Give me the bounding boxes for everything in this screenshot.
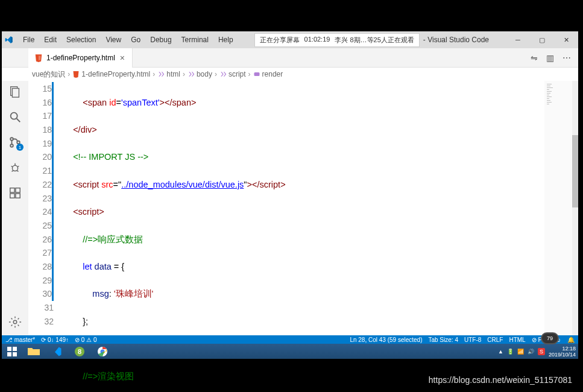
maximize-button[interactable]: ▢ [530,31,554,48]
activity-bar: 1 [2,81,28,335]
close-button[interactable]: ✕ [554,31,578,48]
search-icon[interactable] [8,110,22,124]
window-title: - Visual Studio Code [423,36,489,44]
minimize-button[interactable]: ─ [506,31,530,48]
status-branch[interactable]: ⎇ master* [5,337,35,343]
settings-gear-icon[interactable] [8,315,22,329]
svg-rect-20 [13,347,17,351]
screen-share-badge: 正在分享屏幕 01:02:19 李兴 8期…等25人正在观看 [254,33,420,47]
breadcrumb-render[interactable]: render [253,70,283,78]
status-language[interactable]: HTML [509,337,525,343]
svg-rect-2 [12,89,19,98]
tab-label: 1-defineProperty.html [46,54,115,62]
svg-rect-0 [254,72,259,76]
status-sync[interactable]: ⟳ 0↓ 149↑ [41,337,69,343]
breadcrumb-body[interactable]: body [188,70,212,78]
taskbar-file-explorer[interactable] [22,344,45,359]
html-file-icon [34,54,43,62]
svg-line-12 [12,171,14,172]
tray-icon[interactable]: 📶 [517,349,524,355]
taskbar-app-green[interactable]: 8 [68,344,91,359]
status-cursor-position[interactable]: Ln 28, Col 43 (59 selected) [350,337,422,343]
menu-go[interactable]: Go [127,33,145,46]
taskbar-vscode[interactable] [45,344,68,359]
watermark-url: https://blog.csdn.net/weixin_51157081 [429,375,572,385]
svg-point-6 [10,144,13,147]
source-control-icon[interactable]: 1 [8,135,22,150]
scrollbar-thumb[interactable] [572,135,578,207]
breadcrumbs[interactable]: vue的知识 › 1-defineProperty.html › html › … [2,68,578,81]
vertical-scrollbar[interactable] [572,81,578,335]
explorer-icon[interactable] [8,84,22,99]
menu-edit[interactable]: Edit [40,33,61,46]
svg-line-4 [17,119,20,122]
more-actions-icon[interactable]: ⋯ [563,53,571,63]
editor-tabs: 1-defineProperty.html × ⇋ ▥ ⋯ [2,48,578,68]
svg-rect-22 [13,352,17,356]
svg-rect-21 [7,352,11,356]
svg-point-18 [13,320,17,324]
status-bar: ⎇ master* ⟳ 0↓ 149↑ ⊘ 0 ⚠ 0 Ln 28, Col 4… [2,335,578,344]
line-number-gutter: 15 16 17 18 19 20 21 22 23 24 25 26 27 2… [28,81,63,335]
breadcrumb-script[interactable]: script [219,70,246,78]
tray-icon[interactable]: 🔋 [507,349,514,355]
svg-point-5 [10,138,13,141]
battery-indicator-overlay: 79 [541,332,559,344]
editor[interactable]: 15 16 17 18 19 20 21 22 23 24 25 26 27 2… [28,81,578,335]
scm-badge: 1 [16,144,24,151]
tray-icon[interactable]: ▲ [498,349,503,355]
menu-view[interactable]: View [101,33,125,46]
taskbar-clock[interactable]: 12:18 2019/10/14 [549,346,576,358]
extensions-icon[interactable] [8,186,22,200]
tab-defineproperty[interactable]: 1-defineProperty.html × [28,48,133,68]
svg-rect-15 [10,194,14,198]
breadcrumb-html[interactable]: html [157,70,180,78]
menu-debug[interactable]: Debug [146,33,175,46]
share-time-text: 01:02:19 [304,36,330,45]
menu-bar: File Edit Selection View Go Debug Termin… [16,33,238,46]
svg-rect-19 [7,347,11,351]
svg-rect-14 [10,188,14,192]
tray-icon[interactable]: S [538,348,545,355]
breadcrumb-file[interactable]: 1-defineProperty.html [72,70,150,78]
compare-changes-icon[interactable]: ⇋ [531,53,538,63]
titlebar: File Edit Selection View Go Debug Termin… [2,31,578,48]
share-viewers-text: 李兴 8期…等25人正在观看 [335,36,414,45]
breadcrumb-folder[interactable]: vue的知识 [32,69,65,80]
status-encoding[interactable]: UTF-8 [464,337,481,343]
tab-close-icon[interactable]: × [119,53,126,63]
split-editor-icon[interactable]: ▥ [546,53,554,63]
status-tabsize[interactable]: Tab Size: 4 [428,337,458,343]
debug-icon[interactable] [8,160,22,175]
svg-rect-17 [16,188,20,192]
start-button[interactable] [2,344,22,359]
taskbar-chrome[interactable] [91,344,114,359]
code-content[interactable]: <span id='spanText'></span> </div> <!-- … [63,81,544,335]
svg-rect-16 [16,194,20,198]
status-problems[interactable]: ⊘ 0 ⚠ 0 [75,337,96,343]
svg-line-13 [17,171,19,172]
share-status-text: 正在分享屏幕 [260,36,300,45]
windows-taskbar: 8 ▲ 🔋 📶 🔊 S 12:18 2019/10/14 [2,344,578,359]
status-bell-icon[interactable]: 🔔 [567,337,575,343]
window-controls: ─ ▢ ✕ [506,31,578,48]
menu-selection[interactable]: Selection [62,33,100,46]
tray-icon[interactable]: 🔊 [528,349,534,355]
status-eol[interactable]: CRLF [487,337,503,343]
vscode-logo-icon [2,36,16,44]
menu-help[interactable]: Help [214,33,238,46]
menu-terminal[interactable]: Terminal [177,33,213,46]
svg-point-3 [11,113,17,119]
menu-file[interactable]: File [19,33,39,46]
svg-text:8: 8 [78,348,81,355]
system-tray[interactable]: ▲ 🔋 📶 🔊 S 12:18 2019/10/14 [498,346,578,358]
